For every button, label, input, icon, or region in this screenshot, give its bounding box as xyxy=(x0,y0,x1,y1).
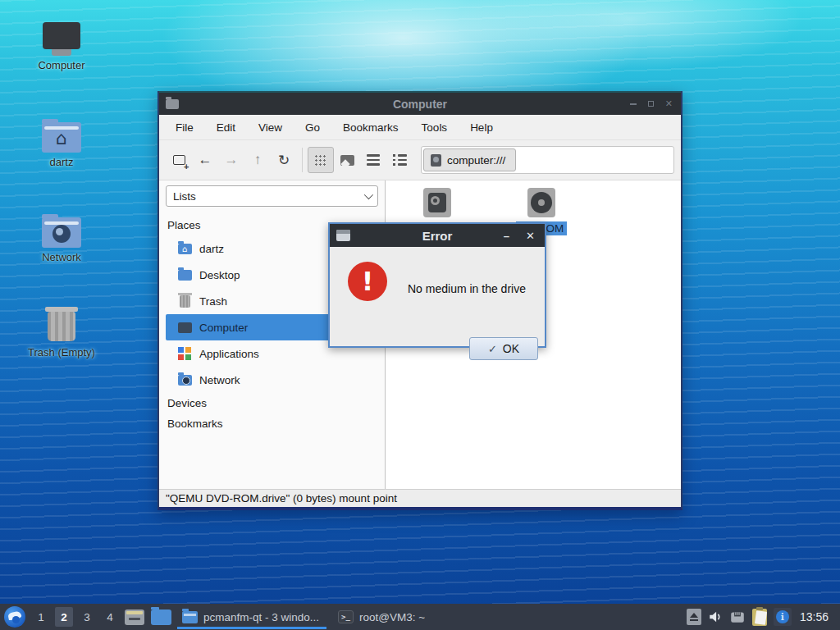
workspace-2[interactable]: 2 xyxy=(55,607,73,627)
dialog-titlebar[interactable]: Error – ✕ xyxy=(330,224,545,247)
thumbnail-view-icon xyxy=(340,155,354,166)
thumbnail-view-button[interactable] xyxy=(334,147,360,173)
path-segment-computer[interactable]: computer:/// xyxy=(423,148,516,171)
task-label: pcmanfm-qt - 3 windo... xyxy=(203,611,319,623)
path-bar[interactable]: computer:/// xyxy=(421,146,674,174)
forward-arrow-icon: → xyxy=(225,152,239,168)
network-icon[interactable] xyxy=(729,609,746,624)
chevron-down-icon xyxy=(364,190,373,199)
sidebar-item-label: Applications xyxy=(199,348,259,360)
new-tab-icon xyxy=(173,155,185,165)
workspace-4[interactable]: 4 xyxy=(101,607,119,627)
sidebar-item-label: Computer xyxy=(199,322,248,334)
desktop-icon-network[interactable]: Network xyxy=(16,207,107,263)
grid-view-icon xyxy=(314,154,327,166)
desktop-icon-home-folder[interactable]: ⌂ dartz xyxy=(16,112,107,168)
sidebar-section-devices[interactable]: Devices xyxy=(166,393,378,413)
desktop-icon-label: Network xyxy=(16,251,107,263)
status-text: "QEMU DVD-ROM.drive" (0 bytes) mount poi… xyxy=(166,492,397,504)
menu-tools[interactable]: Tools xyxy=(410,116,459,139)
detailed-list-button[interactable] xyxy=(386,147,413,173)
sidebar-section-bookmarks[interactable]: Bookmarks xyxy=(166,413,378,434)
desktop-icon-computer[interactable]: Computer xyxy=(16,15,107,71)
quicklaunch-archive-button[interactable] xyxy=(122,606,147,628)
reload-button[interactable]: ↻ xyxy=(271,147,297,173)
maximize-icon[interactable] xyxy=(648,101,654,107)
network-folder-icon xyxy=(177,375,192,386)
home-folder-icon xyxy=(177,244,192,254)
error-dialog: Error – ✕ ! No medium in the drive ✓ OK xyxy=(328,222,546,348)
desktop-wallpaper: Computer ⌂ dartz Network Trash (Empty) C… xyxy=(0,0,840,630)
network-folder-icon xyxy=(16,207,107,248)
menu-edit[interactable]: Edit xyxy=(205,116,247,139)
menu-file[interactable]: File xyxy=(164,116,205,139)
computer-icon xyxy=(177,322,192,333)
forward-button[interactable]: → xyxy=(218,147,244,173)
task-button-terminal[interactable]: >_ root@VM3: ~ xyxy=(330,604,436,630)
up-arrow-icon: ↑ xyxy=(254,152,262,168)
detailed-list-icon xyxy=(393,154,407,165)
window-title: Computer xyxy=(159,98,681,111)
error-icon: ! xyxy=(348,262,387,301)
app-menu-icon[interactable] xyxy=(4,606,25,628)
sidebar-item-label: Network xyxy=(199,374,240,386)
desktop-folder-icon xyxy=(177,270,192,281)
menu-help[interactable]: Help xyxy=(459,116,504,139)
workspace-3[interactable]: 3 xyxy=(78,607,96,627)
drive-icon xyxy=(431,154,441,167)
clipboard-icon[interactable] xyxy=(752,609,767,626)
volume-icon[interactable] xyxy=(708,609,723,624)
menu-bookmarks[interactable]: Bookmarks xyxy=(331,116,410,139)
file-item-harddisk[interactable] xyxy=(409,188,466,217)
task-label: root@VM3: ~ xyxy=(359,611,425,623)
workspace-1[interactable]: 1 xyxy=(32,607,50,627)
desktop-icon-trash[interactable]: Trash (Empty) xyxy=(16,302,107,358)
menu-go[interactable]: Go xyxy=(294,116,331,139)
system-tray: i 13:56 xyxy=(687,608,840,626)
window-titlebar[interactable]: Computer ✕ xyxy=(159,91,681,115)
close-icon[interactable]: ✕ xyxy=(526,231,535,241)
task-button-pcmanfm[interactable]: pcmanfm-qt - 3 windo... xyxy=(174,604,330,630)
harddisk-icon xyxy=(423,188,451,217)
new-tab-button[interactable] xyxy=(166,147,192,173)
update-notifier-icon[interactable]: i xyxy=(774,608,792,626)
close-icon[interactable]: ✕ xyxy=(665,99,673,108)
sidebar-mode-value: Lists xyxy=(173,190,196,203)
menu-view[interactable]: View xyxy=(247,116,294,139)
clock[interactable]: 13:56 xyxy=(798,610,833,623)
sidebar-mode-select[interactable]: Lists xyxy=(166,185,378,207)
folder-icon xyxy=(182,611,198,623)
taskbar: 1 2 3 4 pcmanfm-qt - 3 windo... >_ root@… xyxy=(0,604,840,630)
toolbar: ← → ↑ ↻ computer:/// xyxy=(159,140,681,180)
desktop-icon-label: dartz xyxy=(16,156,107,168)
home-folder-icon: ⌂ xyxy=(16,112,107,153)
dialog-body: ! No medium in the drive ✓ OK xyxy=(330,247,545,346)
sidebar-item-label: Trash xyxy=(199,295,227,308)
sidebar-item-label: dartz xyxy=(199,243,224,255)
compact-view-button[interactable] xyxy=(360,147,386,173)
back-button[interactable]: ← xyxy=(192,147,218,173)
computer-icon xyxy=(16,15,107,56)
status-bar: "QEMU DVD-ROM.drive" (0 bytes) mount poi… xyxy=(159,489,681,507)
dialog-message: No medium in the drive xyxy=(408,282,526,295)
compact-view-icon xyxy=(367,154,380,165)
optical-drive-icon xyxy=(527,188,555,217)
ok-button[interactable]: ✓ OK xyxy=(469,337,538,360)
checkmark-icon: ✓ xyxy=(488,343,497,355)
minimize-icon[interactable] xyxy=(630,103,637,105)
trash-icon xyxy=(177,295,192,308)
ok-button-label: OK xyxy=(503,342,519,355)
folder-icon xyxy=(151,609,171,625)
back-arrow-icon: ← xyxy=(199,152,212,168)
eject-icon[interactable] xyxy=(687,609,701,625)
path-text: computer:/// xyxy=(447,154,505,167)
minimize-icon[interactable]: – xyxy=(504,231,509,241)
icon-view-button[interactable] xyxy=(308,147,334,173)
trash-icon xyxy=(16,302,107,343)
desktop-icon-label: Computer xyxy=(16,59,107,71)
sidebar-item-network[interactable]: Network xyxy=(166,367,378,393)
reload-icon: ↻ xyxy=(278,152,290,169)
quicklaunch-filemanager-button[interactable] xyxy=(148,606,173,628)
terminal-icon: >_ xyxy=(338,610,354,623)
up-button[interactable]: ↑ xyxy=(244,147,271,173)
